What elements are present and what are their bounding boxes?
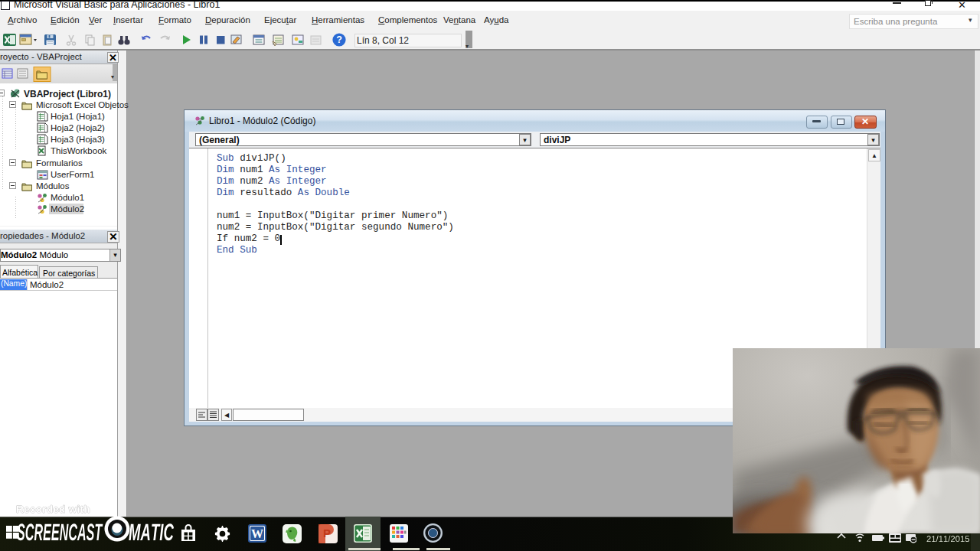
svg-text:P: P [323, 527, 331, 540]
svg-text:?: ? [336, 34, 342, 45]
svg-text:W: W [251, 527, 263, 540]
